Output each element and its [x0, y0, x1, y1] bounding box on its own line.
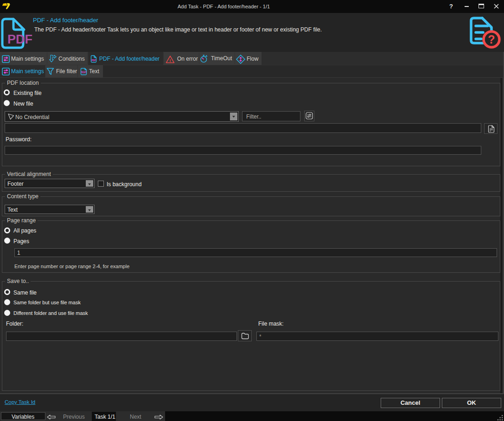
- svg-text:?: ?: [488, 33, 495, 46]
- svg-text:PDF: PDF: [7, 32, 32, 46]
- svg-text:TEXT: TEXT: [81, 71, 87, 74]
- svg-text:!: !: [169, 58, 171, 63]
- svg-text:PDF: PDF: [91, 59, 96, 62]
